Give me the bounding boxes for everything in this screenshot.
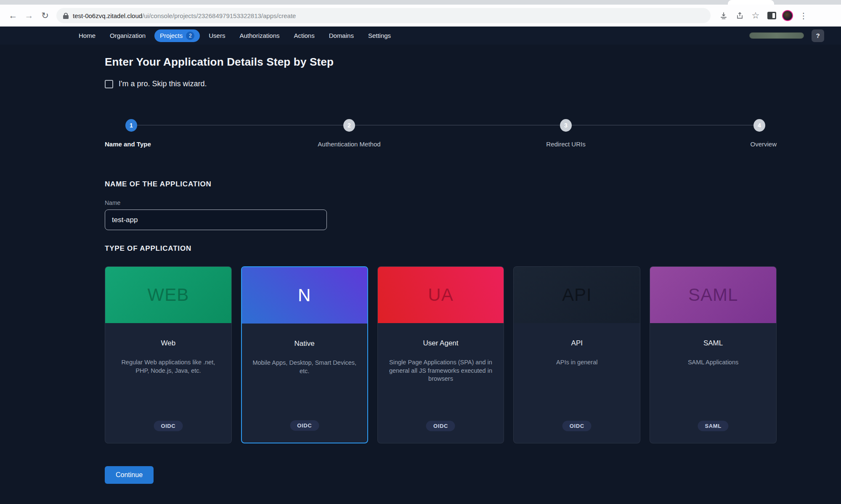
name-section: NAME OF THE APPLICATION Name <box>105 180 777 230</box>
card-title: User Agent <box>423 339 458 347</box>
card-description: Mobile Apps, Desktop, Smart Devices, etc… <box>252 359 358 375</box>
name-field-label: Name <box>105 199 777 206</box>
url-domain: test-0o6zvq.zitadel.cloud <box>73 12 142 19</box>
card-description: SAML Applications <box>688 358 738 367</box>
app-type-card-user-agent[interactable]: UAUser AgentSingle Page Applications (SP… <box>377 266 504 443</box>
app-type-card-web[interactable]: WEBWebRegular Web applications like .net… <box>105 266 232 443</box>
browser-active-tab[interactable] <box>728 0 774 5</box>
step-label-4: Overview <box>750 141 777 148</box>
nav-item-label: Settings <box>368 32 391 39</box>
card-body: APIAPIs in generalOIDC <box>514 323 640 443</box>
nav-item-users[interactable]: Users <box>203 30 231 41</box>
browser-toolbar: ← → ↻ test-0o6zvq.zitadel.cloud/ui/conso… <box>0 5 841 27</box>
back-icon[interactable]: ← <box>5 8 21 23</box>
browser-tab-strip <box>0 0 841 5</box>
forward-icon[interactable]: → <box>21 8 37 23</box>
card-header-label: UA <box>428 285 453 305</box>
navbar-right: ? <box>749 29 824 42</box>
continue-button[interactable]: Continue <box>105 466 154 484</box>
nav-item-actions[interactable]: Actions <box>289 30 320 41</box>
card-header-label: N <box>298 285 311 305</box>
card-header-label: SAML <box>688 285 738 305</box>
nav-item-label: Authorizations <box>239 32 279 39</box>
page-title: Enter Your Application Details Step by S… <box>105 56 777 69</box>
step-circle-1: 1 <box>125 119 137 132</box>
nav-item-authorizations[interactable]: Authorizations <box>234 30 285 41</box>
type-section: TYPE OF APPLICATION WEBWebRegular Web ap… <box>105 244 777 443</box>
app-type-card-api[interactable]: APIAPIAPIs in generalOIDC <box>513 266 640 443</box>
card-protocol-badge: OIDC <box>426 421 455 431</box>
bookmark-star-icon[interactable]: ☆ <box>748 8 763 23</box>
avatar[interactable] <box>780 8 795 23</box>
card-title: Native <box>294 340 315 348</box>
step-circle-2: 2 <box>343 119 355 132</box>
card-title: Web <box>161 339 176 347</box>
step-label-3: Redirect URIs <box>546 141 585 148</box>
card-description: APIs in general <box>556 358 597 367</box>
card-protocol-badge: OIDC <box>154 421 183 431</box>
url-text: test-0o6zvq.zitadel.cloud/ui/console/pro… <box>73 12 296 19</box>
card-title: API <box>571 339 583 347</box>
nav-item-label: Users <box>209 32 225 39</box>
side-panel-icon[interactable] <box>764 8 779 23</box>
skip-wizard-row[interactable]: I'm a pro. Skip this wizard. <box>105 80 777 88</box>
nav-item-projects[interactable]: Projects2 <box>154 29 200 42</box>
card-header: N <box>242 267 367 324</box>
step-circle-3: 3 <box>560 119 572 132</box>
help-button[interactable]: ? <box>812 29 824 42</box>
stepper-line <box>131 125 759 125</box>
card-body: SAMLSAML ApplicationsSAML <box>650 323 776 443</box>
card-header: WEB <box>105 267 231 323</box>
nav-item-label: Actions <box>294 32 315 39</box>
app-type-card-native[interactable]: NNativeMobile Apps, Desktop, Smart Devic… <box>241 266 368 443</box>
type-section-title: TYPE OF APPLICATION <box>105 244 777 253</box>
card-header-label: WEB <box>148 285 189 305</box>
card-protocol-badge: OIDC <box>290 420 319 431</box>
nav-item-home[interactable]: Home <box>73 30 101 41</box>
card-description: Regular Web applications like .net, PHP,… <box>115 358 221 375</box>
card-body: WebRegular Web applications like .net, P… <box>105 323 231 443</box>
url-bar[interactable]: test-0o6zvq.zitadel.cloud/ui/console/pro… <box>56 8 711 23</box>
step-circle-4: 4 <box>753 119 765 132</box>
nav-item-label: Organization <box>110 32 146 39</box>
card-header: UA <box>378 267 504 323</box>
toolbar-actions: ☆ ⋮ <box>716 8 811 23</box>
app-type-cards: WEBWebRegular Web applications like .net… <box>105 266 777 443</box>
card-header: SAML <box>650 267 776 323</box>
menu-dots-icon[interactable]: ⋮ <box>796 8 811 23</box>
app-name-input[interactable] <box>105 210 327 230</box>
main-content: Enter Your Application Details Step by S… <box>105 56 777 484</box>
app-type-card-saml[interactable]: SAMLSAMLSAML ApplicationsSAML <box>650 266 777 443</box>
nav-item-label: Home <box>79 32 96 39</box>
card-body: User AgentSingle Page Applications (SPA)… <box>378 323 504 443</box>
card-title: SAML <box>703 339 723 347</box>
nav-item-label: Domains <box>329 32 354 39</box>
nav-item-domains[interactable]: Domains <box>324 30 359 41</box>
card-description: Single Page Applications (SPA) and in ge… <box>387 358 493 383</box>
card-header: API <box>514 267 640 323</box>
skip-wizard-label: I'm a pro. Skip this wizard. <box>119 80 207 88</box>
nav-item-settings[interactable]: Settings <box>363 30 396 41</box>
card-protocol-badge: SAML <box>698 421 728 431</box>
name-section-title: NAME OF THE APPLICATION <box>105 180 777 188</box>
card-header-label: API <box>562 285 592 305</box>
reload-icon[interactable]: ↻ <box>37 8 53 23</box>
step-label-2: Authentication Method <box>318 141 380 148</box>
nav-items: HomeOrganizationProjects2UsersAuthorizat… <box>73 29 396 42</box>
card-protocol-badge: OIDC <box>562 421 592 431</box>
nav-item-organization[interactable]: Organization <box>104 30 151 41</box>
projects-count-badge: 2 <box>186 32 194 40</box>
lock-icon <box>63 13 69 19</box>
org-name-skeleton[interactable] <box>749 32 804 39</box>
share-icon[interactable] <box>732 8 747 23</box>
step-label-1: Name and Type <box>105 141 151 148</box>
download-icon[interactable] <box>716 8 731 23</box>
app-navbar: HomeOrganizationProjects2UsersAuthorizat… <box>0 27 841 45</box>
wizard-stepper: 1Name and Type2Authentication Method3Red… <box>105 119 777 159</box>
card-body: NativeMobile Apps, Desktop, Smart Device… <box>242 324 367 443</box>
nav-item-label: Projects <box>160 32 183 39</box>
skip-wizard-checkbox[interactable] <box>105 80 113 88</box>
url-path: /ui/console/projects/232684979153322813/… <box>142 12 296 19</box>
